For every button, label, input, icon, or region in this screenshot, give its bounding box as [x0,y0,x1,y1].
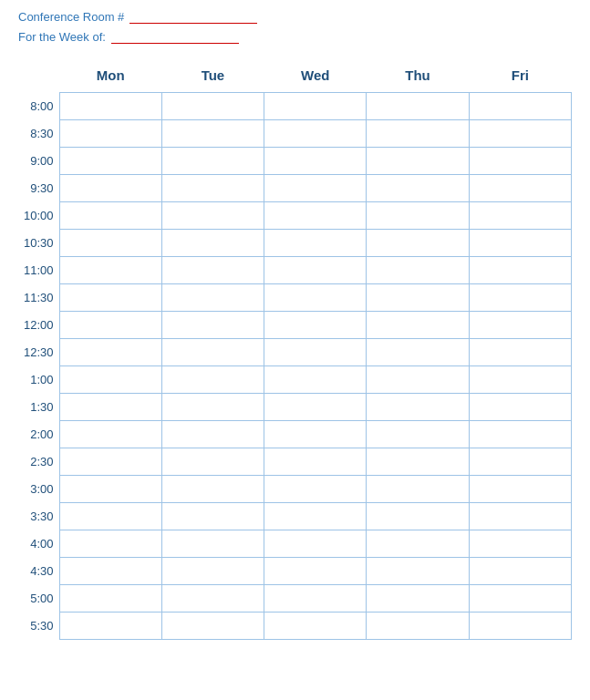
schedule-cell[interactable] [59,448,161,476]
schedule-cell[interactable] [264,93,367,120]
room-input[interactable] [129,9,257,24]
schedule-cell[interactable] [161,148,264,175]
schedule-cell[interactable] [264,612,367,640]
schedule-cell[interactable] [264,230,367,257]
schedule-cell[interactable] [367,257,469,284]
schedule-cell[interactable] [59,612,161,640]
schedule-cell[interactable] [367,476,469,503]
schedule-cell[interactable] [161,312,264,339]
schedule-cell[interactable] [161,230,264,257]
schedule-cell[interactable] [469,93,571,120]
schedule-cell[interactable] [161,366,264,394]
schedule-cell[interactable] [469,421,571,448]
schedule-cell[interactable] [264,421,367,448]
schedule-cell[interactable] [264,558,367,585]
schedule-cell[interactable] [367,366,469,394]
schedule-cell[interactable] [264,448,367,476]
schedule-cell[interactable] [367,530,469,558]
schedule-cell[interactable] [59,284,161,312]
schedule-cell[interactable] [161,257,264,284]
schedule-cell[interactable] [469,175,571,202]
schedule-cell[interactable] [469,366,571,394]
schedule-cell[interactable] [469,339,571,366]
schedule-cell[interactable] [367,202,469,230]
schedule-cell[interactable] [264,366,367,394]
schedule-cell[interactable] [469,120,571,148]
schedule-cell[interactable] [367,421,469,448]
schedule-cell[interactable] [469,230,571,257]
schedule-cell[interactable] [59,312,161,339]
schedule-cell[interactable] [264,312,367,339]
schedule-cell[interactable] [59,476,161,503]
schedule-cell[interactable] [161,175,264,202]
schedule-cell[interactable] [469,612,571,640]
schedule-cell[interactable] [367,503,469,530]
schedule-cell[interactable] [469,284,571,312]
schedule-cell[interactable] [161,394,264,421]
schedule-cell[interactable] [469,448,571,476]
schedule-cell[interactable] [469,585,571,612]
schedule-cell[interactable] [264,120,367,148]
schedule-cell[interactable] [469,503,571,530]
schedule-cell[interactable] [264,257,367,284]
schedule-cell[interactable] [161,448,264,476]
schedule-cell[interactable] [59,230,161,257]
week-input[interactable] [111,29,239,44]
schedule-cell[interactable] [469,148,571,175]
schedule-cell[interactable] [264,148,367,175]
schedule-cell[interactable] [161,202,264,230]
schedule-cell[interactable] [367,230,469,257]
schedule-cell[interactable] [59,394,161,421]
schedule-cell[interactable] [59,421,161,448]
schedule-cell[interactable] [161,585,264,612]
schedule-cell[interactable] [367,448,469,476]
schedule-cell[interactable] [59,175,161,202]
schedule-cell[interactable] [161,284,264,312]
schedule-cell[interactable] [264,530,367,558]
schedule-cell[interactable] [264,202,367,230]
schedule-cell[interactable] [161,421,264,448]
schedule-cell[interactable] [264,284,367,312]
schedule-cell[interactable] [161,530,264,558]
schedule-cell[interactable] [469,202,571,230]
schedule-cell[interactable] [59,585,161,612]
schedule-cell[interactable] [469,257,571,284]
schedule-cell[interactable] [367,585,469,612]
schedule-cell[interactable] [161,93,264,120]
schedule-cell[interactable] [161,612,264,640]
schedule-cell[interactable] [161,503,264,530]
schedule-cell[interactable] [59,257,161,284]
schedule-cell[interactable] [161,120,264,148]
schedule-cell[interactable] [59,558,161,585]
schedule-cell[interactable] [59,530,161,558]
schedule-cell[interactable] [264,476,367,503]
schedule-cell[interactable] [367,284,469,312]
schedule-cell[interactable] [264,585,367,612]
schedule-cell[interactable] [469,530,571,558]
schedule-cell[interactable] [367,339,469,366]
schedule-cell[interactable] [469,394,571,421]
schedule-cell[interactable] [367,612,469,640]
schedule-cell[interactable] [59,366,161,394]
schedule-cell[interactable] [59,339,161,366]
schedule-cell[interactable] [469,558,571,585]
schedule-cell[interactable] [367,312,469,339]
schedule-cell[interactable] [264,503,367,530]
schedule-cell[interactable] [59,93,161,120]
schedule-cell[interactable] [59,148,161,175]
schedule-cell[interactable] [161,476,264,503]
schedule-cell[interactable] [161,339,264,366]
schedule-cell[interactable] [469,312,571,339]
schedule-cell[interactable] [264,339,367,366]
schedule-cell[interactable] [59,120,161,148]
schedule-cell[interactable] [367,93,469,120]
schedule-cell[interactable] [469,476,571,503]
schedule-cell[interactable] [59,503,161,530]
schedule-cell[interactable] [367,120,469,148]
schedule-cell[interactable] [59,202,161,230]
schedule-cell[interactable] [264,394,367,421]
schedule-cell[interactable] [161,558,264,585]
schedule-cell[interactable] [264,175,367,202]
schedule-cell[interactable] [367,558,469,585]
schedule-cell[interactable] [367,148,469,175]
